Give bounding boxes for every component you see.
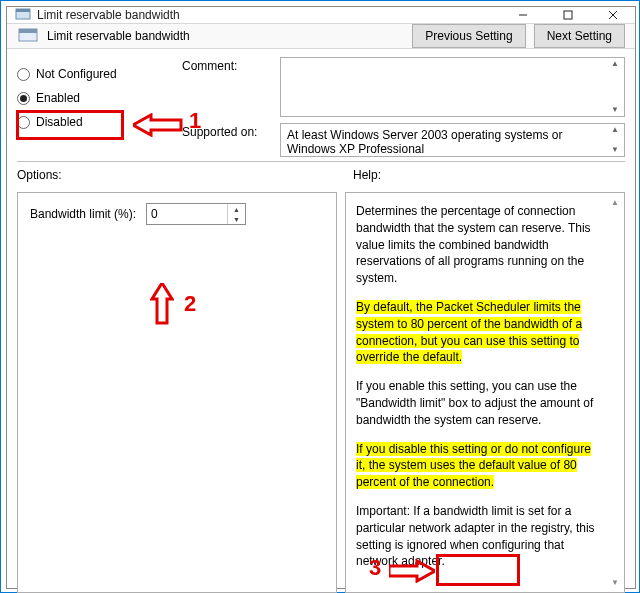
sub-header: Limit reservable bandwidth Previous Sett… bbox=[7, 23, 635, 49]
spin-up-icon[interactable]: ▲ bbox=[228, 204, 245, 214]
titlebar: Limit reservable bandwidth bbox=[7, 7, 635, 23]
help-paragraph: By default, the Packet Scheduler limits … bbox=[356, 299, 602, 366]
state-column: Not Configured Enabled Disabled bbox=[17, 57, 182, 157]
radio-label: Disabled bbox=[36, 115, 83, 129]
help-paragraph: If you enable this setting, you can use … bbox=[356, 378, 602, 428]
comment-scroll[interactable]: ▲▼ bbox=[608, 60, 622, 114]
policy-icon bbox=[17, 25, 39, 47]
svg-rect-1 bbox=[16, 9, 30, 12]
svg-rect-3 bbox=[564, 11, 572, 19]
window: Limit reservable bandwidth Limit reserva… bbox=[6, 6, 636, 589]
options-pane: Bandwidth limit (%): ▲ ▼ bbox=[17, 192, 337, 593]
help-paragraph: Important: If a bandwidth limit is set f… bbox=[356, 503, 602, 570]
comment-textarea[interactable]: ▲▼ bbox=[280, 57, 625, 117]
svg-rect-7 bbox=[19, 29, 37, 33]
help-pane: Determines the percentage of connection … bbox=[345, 192, 625, 593]
radio-icon bbox=[17, 92, 30, 105]
help-paragraph: Determines the percentage of connection … bbox=[356, 203, 602, 287]
radio-label: Enabled bbox=[36, 91, 80, 105]
supported-scroll[interactable]: ▲▼ bbox=[608, 126, 622, 154]
radio-disabled[interactable]: Disabled bbox=[17, 115, 182, 129]
bandwidth-limit-spin[interactable]: ▲ ▼ bbox=[146, 203, 246, 225]
supported-on-label: Supported on: bbox=[182, 123, 272, 139]
help-scrollbar[interactable]: ▲ ▼ bbox=[608, 197, 622, 588]
help-header: Help: bbox=[353, 168, 381, 182]
radio-label: Not Configured bbox=[36, 67, 117, 81]
upper-section: Not Configured Enabled Disabled Comment:… bbox=[7, 49, 635, 161]
supported-on-text: At least Windows Server 2003 operating s… bbox=[287, 128, 562, 156]
bandwidth-limit-label: Bandwidth limit (%): bbox=[30, 207, 136, 221]
spin-down-icon[interactable]: ▼ bbox=[228, 214, 245, 224]
app-icon bbox=[15, 7, 31, 23]
radio-not-configured[interactable]: Not Configured bbox=[17, 67, 182, 81]
close-button[interactable] bbox=[590, 7, 635, 23]
scroll-down-icon[interactable]: ▼ bbox=[611, 577, 619, 588]
next-setting-button[interactable]: Next Setting bbox=[534, 24, 625, 48]
policy-title: Limit reservable bandwidth bbox=[47, 29, 404, 43]
help-paragraph: If you disable this setting or do not co… bbox=[356, 441, 602, 491]
supported-on-box: At least Windows Server 2003 operating s… bbox=[280, 123, 625, 157]
bandwidth-limit-input[interactable] bbox=[147, 204, 227, 224]
window-title: Limit reservable bandwidth bbox=[37, 8, 180, 22]
minimize-button[interactable] bbox=[500, 7, 545, 23]
radio-enabled[interactable]: Enabled bbox=[17, 91, 182, 105]
radio-icon bbox=[17, 116, 30, 129]
lower-section: Bandwidth limit (%): ▲ ▼ Determines the … bbox=[7, 186, 635, 593]
comment-label: Comment: bbox=[182, 57, 272, 73]
options-header: Options: bbox=[17, 168, 353, 182]
radio-icon bbox=[17, 68, 30, 81]
previous-setting-button[interactable]: Previous Setting bbox=[412, 24, 525, 48]
scroll-up-icon[interactable]: ▲ bbox=[611, 197, 619, 208]
maximize-button[interactable] bbox=[545, 7, 590, 23]
pane-headers: Options: Help: bbox=[7, 162, 635, 186]
